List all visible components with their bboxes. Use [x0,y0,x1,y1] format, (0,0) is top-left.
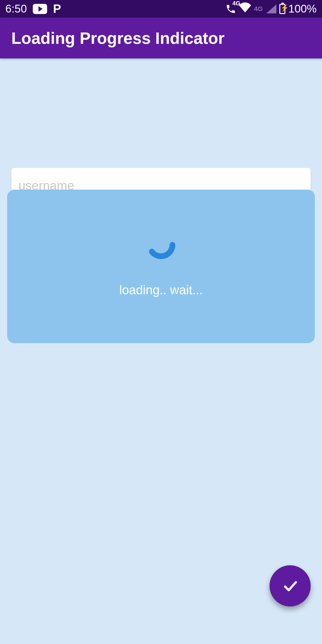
progress-spinner-icon [143,227,179,263]
status-left: 6:50 P [5,2,61,16]
battery-percent: 100% [288,3,317,15]
submit-fab[interactable] [270,565,311,606]
battery-charging-icon [279,4,285,14]
wifi-icon [239,2,251,15]
page-title: Loading Progress Indicator [11,29,225,48]
loading-message: loading.. wait... [119,283,203,297]
loading-dialog: loading.. wait... [7,190,315,343]
youtube-icon [33,4,47,14]
status-right: 4G 4G 100% [225,2,317,15]
status-bar: 6:50 P 4G 4G 100% [0,0,322,18]
cell-signal-icon [266,4,276,13]
app-bar: Loading Progress Indicator [0,18,322,58]
svg-point-0 [150,233,173,256]
pandora-icon: P [53,2,61,16]
signal-4g-label: 4G [254,6,263,12]
phone-4g-icon: 4G [225,4,236,14]
check-icon [281,577,299,595]
page-content: loading.. wait... [0,58,322,644]
status-time: 6:50 [5,3,27,15]
